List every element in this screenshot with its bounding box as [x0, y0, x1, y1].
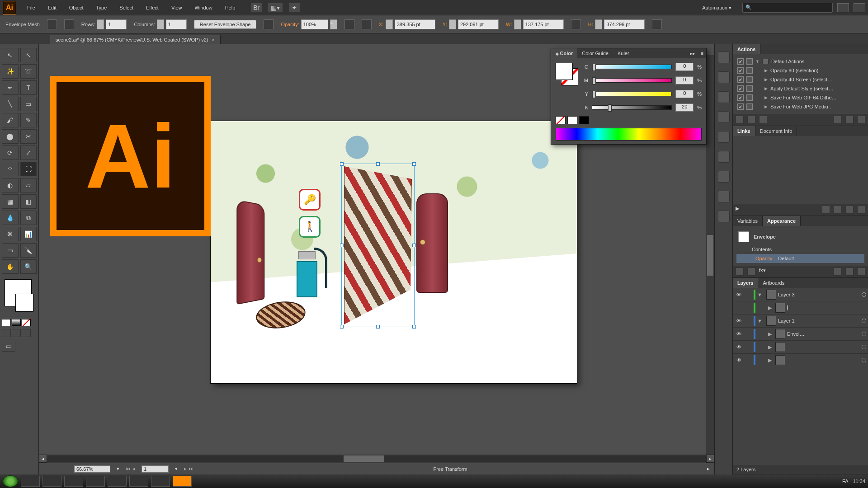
graphic-styles-dock-icon[interactable]	[718, 191, 730, 202]
menu-object[interactable]: Object	[63, 0, 90, 15]
recolor-icon[interactable]	[344, 19, 354, 29]
disclosure-icon[interactable]: ▶	[768, 357, 774, 363]
layer-row[interactable]: 👁 ▼ Layer 1	[733, 314, 868, 327]
target-icon[interactable]	[862, 292, 866, 297]
stroke-dock-icon[interactable]	[718, 71, 730, 83]
resize-handle[interactable]	[412, 325, 416, 328]
color-dock-icon[interactable]	[718, 52, 730, 63]
screen-mode-icon[interactable]: ▭	[2, 341, 15, 352]
action-set-row[interactable]: ✔ ▼ Default Actions	[736, 57, 864, 66]
appearance-opacity-row[interactable]: Opacity: Default	[736, 254, 864, 263]
mesh-tool[interactable]: ▦	[2, 194, 19, 209]
color-slider[interactable]	[592, 78, 672, 83]
constrain-icon[interactable]	[652, 19, 662, 29]
resize-handle[interactable]	[340, 162, 344, 166]
target-icon[interactable]	[862, 319, 866, 323]
record-icon[interactable]	[747, 116, 755, 124]
document-info-tab[interactable]: Document Info	[755, 126, 797, 136]
scroll-left-icon[interactable]: ◂	[39, 455, 47, 463]
taskbar-item[interactable]	[21, 476, 40, 487]
channel-value[interactable]: 0	[675, 76, 693, 84]
taskbar-item[interactable]	[42, 476, 61, 487]
black-swatch-icon[interactable]	[579, 116, 589, 124]
color-slider[interactable]	[592, 92, 672, 96]
layer-row[interactable]: ▶	[733, 301, 868, 314]
menu-select[interactable]: Select	[113, 0, 140, 15]
channel-value[interactable]: 20	[675, 103, 693, 112]
action-row[interactable]: ✔▶Save For Web GIF 64 Dithe…	[736, 93, 864, 102]
reset-envelope-button[interactable]: Reset Envelope Shape	[194, 20, 257, 29]
minimize-button[interactable]	[837, 3, 849, 12]
vertical-scrollbar[interactable]	[706, 55, 714, 455]
language-indicator[interactable]: FA	[842, 479, 848, 484]
actions-tab[interactable]: Actions	[733, 44, 760, 54]
update-link-icon[interactable]	[845, 206, 854, 214]
color-panel[interactable]: Color Color Guide Kuler ▸▸ ≡ C 0 %M 0 %Y…	[551, 48, 707, 145]
new-action-icon[interactable]	[845, 116, 854, 124]
scrollbar-track[interactable]	[47, 455, 706, 462]
selection-tool[interactable]: ↖	[2, 48, 19, 62]
search-input[interactable]: 🔍	[742, 3, 833, 13]
y-input[interactable]: 292.091 pt	[458, 19, 499, 29]
menu-help[interactable]: Help	[219, 0, 242, 15]
disclosure-icon[interactable]: ▶	[768, 305, 774, 311]
zoom-dropdown-icon[interactable]: ▾	[117, 466, 119, 472]
slice-tool[interactable]: 🔪	[20, 243, 37, 258]
rotate-tool[interactable]: ⟳	[2, 145, 19, 160]
arrange-documents-icon[interactable]: ▦▾	[268, 3, 283, 13]
appearance-contents[interactable]: Contents	[736, 245, 864, 254]
graph-tool[interactable]: 📊	[20, 227, 37, 241]
pen-tool[interactable]: ✒	[2, 80, 19, 95]
visibility-icon[interactable]: 👁	[735, 344, 743, 350]
opacity-flyout[interactable]: ▸	[330, 19, 337, 29]
gradient-mode-icon[interactable]	[12, 319, 21, 326]
close-tab-icon[interactable]: ×	[212, 37, 214, 42]
layer-row[interactable]: 👁 ▶	[733, 340, 868, 353]
h-input[interactable]: 374.296 pt	[604, 19, 645, 29]
opacity-link[interactable]: Opacity:	[755, 256, 774, 261]
draw-inside-icon[interactable]	[22, 329, 31, 337]
blob-brush-tool[interactable]: ⬤	[2, 129, 19, 144]
transparency-dock-icon[interactable]	[718, 111, 730, 123]
layer-row[interactable]: 👁 ▶	[733, 353, 868, 366]
status-icon[interactable]	[59, 465, 68, 473]
align-icon[interactable]	[362, 19, 372, 29]
action-row[interactable]: ✔▶Opacity 40 Screen (select…	[736, 75, 864, 84]
prev-artboard-icon[interactable]: ◂	[132, 466, 135, 472]
scale-tool[interactable]: ⤢	[20, 145, 37, 160]
scrollbar-thumb[interactable]	[344, 455, 384, 462]
free-transform-tool[interactable]: ⛶	[20, 162, 37, 176]
slider-thumb[interactable]	[592, 64, 596, 71]
color-slider[interactable]	[592, 105, 672, 110]
new-fill-icon[interactable]	[747, 267, 755, 276]
swatches-dock-icon[interactable]	[718, 171, 730, 183]
horizontal-scrollbar[interactable]: ◂ ▸	[39, 455, 714, 463]
new-stroke-icon[interactable]	[736, 267, 744, 276]
hand-tool[interactable]: ✋	[2, 259, 19, 274]
disclosure-icon[interactable]: ▼	[757, 318, 763, 324]
rows-stepper[interactable]	[97, 19, 104, 29]
align-dock-icon[interactable]	[718, 211, 730, 222]
document-tab[interactable]: scene2.ai* @ 66.67% (CMYK/Preview/U.S. W…	[50, 35, 221, 44]
line-tool[interactable]: ╲	[2, 97, 19, 111]
paintbrush-tool[interactable]: 🖌	[2, 113, 19, 127]
w-stepper[interactable]	[514, 19, 521, 29]
blend-tool[interactable]: ⧉	[20, 211, 37, 225]
next-artboard-icon[interactable]: ▸	[184, 466, 187, 472]
stroke-swatch[interactable]	[15, 294, 33, 312]
menu-effect[interactable]: Effect	[140, 0, 165, 15]
maximize-button[interactable]	[854, 3, 865, 12]
action-row[interactable]: ✔▶Apply Default Style (select…	[736, 84, 864, 93]
target-icon[interactable]	[862, 345, 866, 349]
brushes-dock-icon[interactable]	[718, 151, 730, 163]
slider-thumb[interactable]	[608, 104, 612, 112]
visibility-icon[interactable]: 👁	[735, 357, 743, 363]
visibility-icon[interactable]: 👁	[735, 331, 743, 337]
white-swatch-icon[interactable]	[567, 116, 577, 124]
x-stepper[interactable]	[386, 19, 393, 29]
layer-row[interactable]: 👁 ▶ Envel…	[733, 327, 868, 340]
resize-handle[interactable]	[376, 162, 380, 166]
link-wh-icon[interactable]	[571, 19, 581, 29]
none-swatch-icon[interactable]	[556, 116, 566, 124]
spectrum-ramp[interactable]	[556, 128, 702, 141]
